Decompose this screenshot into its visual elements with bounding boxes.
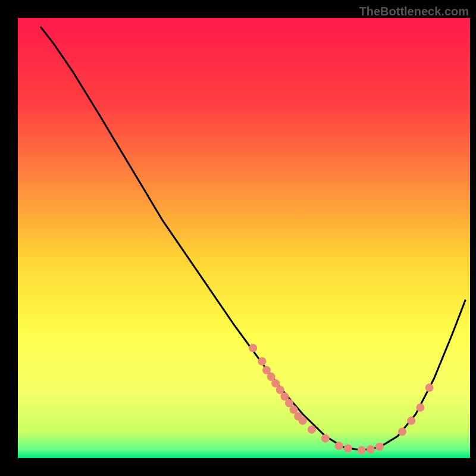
data-marker — [358, 446, 366, 455]
chart-svg — [0, 0, 476, 476]
data-marker — [425, 384, 434, 392]
data-marker — [258, 357, 266, 365]
data-marker — [375, 443, 384, 451]
data-marker — [398, 428, 406, 436]
data-marker — [308, 425, 316, 434]
chart-plot-area — [18, 18, 470, 458]
data-marker — [367, 445, 375, 453]
data-marker — [407, 416, 415, 425]
watermark-text: TheBottleneck.com — [359, 5, 469, 18]
data-marker — [321, 434, 330, 443]
data-marker — [335, 441, 343, 450]
chart-container: TheBottleneck.com — [0, 0, 476, 476]
data-marker — [416, 403, 424, 412]
data-marker — [299, 416, 307, 425]
data-marker — [344, 444, 352, 453]
data-marker — [249, 344, 257, 352]
